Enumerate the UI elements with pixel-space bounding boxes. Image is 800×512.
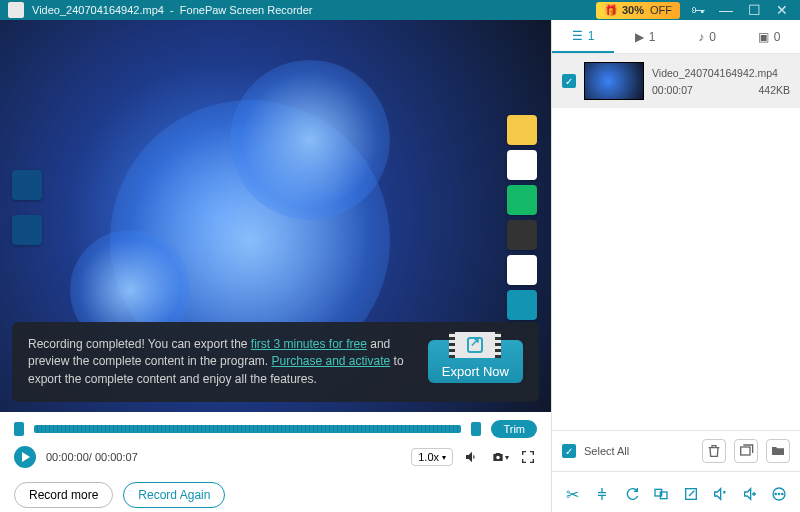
preview-panel: Recording completed! You can export the … (0, 20, 552, 512)
trim-end-handle[interactable] (471, 422, 481, 436)
record-again-button[interactable]: Record Again (123, 482, 225, 508)
banner-message: Recording completed! You can export the … (28, 336, 414, 388)
convert-icon[interactable] (618, 480, 646, 508)
compress-icon[interactable] (588, 480, 616, 508)
volume-icon[interactable] (463, 448, 481, 466)
desktop-shortcut-icon (507, 115, 537, 145)
speed-selector[interactable]: 1.0x▾ (411, 448, 453, 466)
trim-bar: Trim (0, 412, 551, 446)
svg-rect-1 (741, 447, 750, 455)
window-title: Video_240704164942.mp4 - FonePaw Screen … (32, 4, 588, 16)
snapshot-icon[interactable]: ▾ (491, 448, 509, 466)
recording-list: Video_240704164942.mp4 00:00:07 442KB (552, 54, 800, 430)
svg-point-7 (779, 493, 780, 494)
tab-image[interactable]: ▣0 (738, 30, 800, 44)
image-icon: ▣ (758, 30, 769, 44)
free-minutes-link[interactable]: first 3 minutes for free (251, 337, 367, 351)
media-tabs: ☰1 ▶1 ♪0 ▣0 (552, 20, 800, 54)
app-icon (8, 2, 24, 18)
play-button[interactable] (14, 446, 36, 468)
history-panel: ☰1 ▶1 ♪0 ▣0 Video_240704164942.mp4 00:00… (552, 20, 800, 512)
cut-icon[interactable]: ✂ (559, 480, 587, 508)
desktop-shortcut-icon (507, 290, 537, 320)
desktop-shortcut-icon (507, 150, 537, 180)
titlebar: Video_240704164942.mp4 - FonePaw Screen … (0, 0, 800, 20)
export-list-button[interactable] (734, 439, 758, 463)
delete-button[interactable] (702, 439, 726, 463)
select-all-label: Select All (584, 445, 694, 457)
music-icon: ♪ (698, 30, 704, 44)
filmstrip-icon (449, 332, 501, 358)
svg-point-0 (496, 456, 500, 460)
edit-toolbar: ✂ (552, 471, 800, 512)
item-thumbnail (584, 62, 644, 100)
item-filename: Video_240704164942.mp4 (652, 67, 790, 79)
promo-badge[interactable]: 🎁 30%OFF (596, 2, 680, 19)
edit-icon[interactable] (677, 480, 705, 508)
trim-track[interactable] (34, 425, 461, 433)
desktop-shortcut-icon (507, 255, 537, 285)
minimize-button[interactable]: — (716, 0, 736, 20)
key-icon[interactable]: 🗝 (688, 0, 708, 20)
maximize-button[interactable]: ☐ (744, 0, 764, 20)
timecode: 00:00:00/ 00:00:07 (46, 451, 138, 463)
open-folder-button[interactable] (766, 439, 790, 463)
audio-extract-icon[interactable] (736, 480, 764, 508)
svg-point-8 (782, 493, 783, 494)
select-all-checkbox[interactable] (562, 444, 576, 458)
completion-banner: Recording completed! You can export the … (12, 322, 539, 402)
merge-icon[interactable] (647, 480, 675, 508)
chevron-down-icon: ▾ (442, 453, 446, 462)
purchase-link[interactable]: Purchase and activate (271, 354, 390, 368)
desktop-shortcut-icon (12, 215, 42, 245)
video-preview: Recording completed! You can export the … (0, 20, 551, 412)
item-size: 442KB (758, 84, 790, 96)
trim-start-handle[interactable] (14, 422, 24, 436)
volume-up-icon[interactable] (706, 480, 734, 508)
gift-icon: 🎁 (604, 4, 618, 17)
fullscreen-icon[interactable] (519, 448, 537, 466)
list-item[interactable]: Video_240704164942.mp4 00:00:07 442KB (552, 54, 800, 108)
desktop-shortcut-icon (507, 185, 537, 215)
desktop-shortcut-icon (507, 220, 537, 250)
list-icon: ☰ (572, 29, 583, 43)
svg-point-6 (775, 493, 776, 494)
record-more-button[interactable]: Record more (14, 482, 113, 508)
export-now-button[interactable]: Export Now (428, 340, 523, 383)
tab-audio[interactable]: ♪0 (676, 30, 738, 44)
player-controls: 00:00:00/ 00:00:07 1.0x▾ ▾ (0, 446, 551, 474)
list-footer: Select All (552, 430, 800, 471)
trim-button[interactable]: Trim (491, 420, 537, 438)
item-checkbox[interactable] (562, 74, 576, 88)
record-buttons: Record more Record Again (0, 474, 551, 512)
desktop-shortcut-icon (12, 170, 42, 200)
item-duration: 00:00:07 (652, 84, 693, 96)
video-icon: ▶ (635, 30, 644, 44)
close-button[interactable]: ✕ (772, 0, 792, 20)
tab-video[interactable]: ▶1 (614, 30, 676, 44)
more-icon[interactable] (765, 480, 793, 508)
tab-all[interactable]: ☰1 (552, 20, 614, 53)
